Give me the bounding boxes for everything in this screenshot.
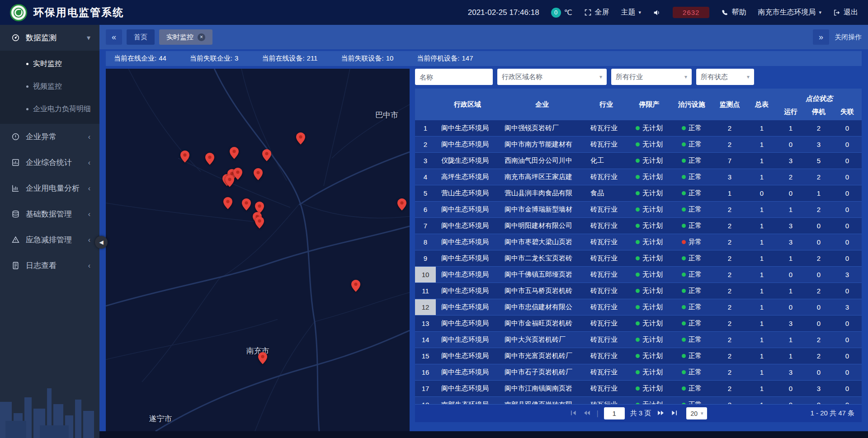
last-page-button[interactable] [670, 409, 678, 418]
cell-stopped: 2 [805, 348, 833, 364]
help-button[interactable]: 帮助 [721, 8, 746, 17]
alarm-speaker-button[interactable] [653, 9, 661, 17]
table-row[interactable]: 16阆中生态环境局阆中市石子页岩机砖厂砖瓦行业无计划正常21300 [415, 364, 862, 381]
table-row[interactable]: 9阆中生态环境局阆中市二龙长宝页岩砖砖瓦行业无计划正常21120 [415, 250, 862, 267]
cell-facility: 正常 [671, 120, 712, 136]
cell-industry: 砖瓦行业 [585, 218, 627, 234]
map-pin-icon[interactable] [351, 280, 360, 294]
map-pin-icon[interactable] [223, 197, 232, 211]
theme-menu[interactable]: 主题 ▾ [621, 8, 642, 17]
alarm-count-badge[interactable]: 2632 [673, 7, 709, 18]
page-size-select[interactable]: 20 ▾ [686, 407, 707, 419]
map-pin-icon[interactable] [233, 168, 242, 182]
table-row[interactable]: 3仪陇生态环境局西南油气田分公司川中化工无计划正常71350 [415, 153, 862, 169]
sidebar-item-enterprise-abnormal[interactable]: 企业异常‹ [0, 124, 99, 150]
table-row[interactable]: 1阆中生态环境局阆中强锐页岩砖厂砖瓦行业无计划正常21120 [415, 120, 862, 137]
table-row[interactable]: 14阆中生态环境局阆中大兴页岩机砖厂砖瓦行业无计划正常21120 [415, 332, 862, 348]
table-row[interactable]: 10阆中生态环境局阆中千佛镇五郎垭页岩砖瓦行业无计划正常21003 [415, 267, 862, 283]
tab-realtime[interactable]: 实时监控× [159, 29, 212, 45]
cell-running: 1 [777, 202, 805, 217]
table-row[interactable]: 7阆中生态环境局阆中明阳建材有限公司砖瓦行业无计划正常21300 [415, 218, 862, 234]
table-row[interactable]: 11阆中生态环境局阆中市五马桥页岩机砖砖瓦行业无计划正常21120 [415, 283, 862, 299]
status-filter-value: 所有状态 [701, 73, 728, 81]
tabs-scroll-left-button[interactable]: « [106, 29, 122, 45]
status-label: 正常 [689, 140, 702, 149]
fullscreen-button[interactable]: 全屏 [584, 8, 609, 17]
map-pin-icon[interactable] [205, 153, 214, 167]
close-icon[interactable]: × [198, 33, 205, 41]
help-label: 帮助 [731, 8, 746, 17]
cell-production: 无计划 [627, 332, 671, 348]
close-operations-button[interactable]: 关闭操作 [835, 33, 862, 42]
cell-production: 无计划 [627, 364, 671, 380]
sidebar-subitem-realtime-monitor[interactable]: 实时监控 [0, 52, 99, 75]
table-row[interactable]: 5营山生态环境局营山县润丰肉食品有限食品无计划正常10010 [415, 185, 862, 202]
sidebar-item-log-view[interactable]: 日志查看‹ [0, 253, 99, 278]
sidebar-item-enterprise-stats[interactable]: 企业综合统计‹ [0, 150, 99, 175]
cell-meters: 1 [747, 364, 777, 380]
cell-points: 2 [712, 202, 747, 217]
map-panel[interactable]: 巴中市南充市遂宁市 [106, 69, 410, 431]
chevron-left-icon: ‹ [85, 262, 90, 270]
region-filter-select[interactable]: 行政区域名称 ▾ [497, 69, 607, 85]
map-pin-icon[interactable] [180, 151, 189, 165]
tab-home[interactable]: 首页 [127, 29, 155, 45]
table-row[interactable]: 17阆中生态环境局阆中市江南镇阆南页岩砖瓦行业无计划正常21030 [415, 381, 862, 397]
app-root: 环保用电监管系统 2021-02-25 17:46:18 0 ℃ 全屏 主题 ▾… [0, 0, 868, 438]
map-pin-icon[interactable] [254, 168, 263, 182]
bullet-icon [26, 85, 28, 88]
table-row[interactable]: 8阆中生态环境局阆中市枣碧大梁山页岩砖瓦行业无计划异常21300 [415, 234, 862, 250]
map-pin-icon[interactable] [258, 352, 267, 366]
tabs-scroll-right-button[interactable]: » [813, 29, 829, 45]
org-menu[interactable]: 南充市生态环境局 ▾ [758, 8, 821, 17]
status-filter-select[interactable]: 所有状态 ▾ [696, 69, 754, 85]
fullscreen-label: 全屏 [595, 8, 609, 17]
next-page-button[interactable] [656, 409, 665, 418]
cell-index: 15 [415, 348, 436, 364]
cell-company: 阆中市二龙长宝页岩砖 [499, 250, 585, 266]
sidebar-subitem-power-load-detail[interactable]: 企业电力负荷明细 [0, 98, 99, 120]
sidebar-item-base-data[interactable]: 基础数据管理‹ [0, 201, 99, 227]
logout-button[interactable]: 退出 [833, 8, 858, 17]
cell-industry: 砖瓦行业 [585, 283, 627, 299]
page-input[interactable] [604, 407, 625, 419]
map-pin-icon[interactable] [242, 198, 251, 212]
name-filter-input[interactable] [415, 69, 493, 85]
sidebar-collapse-toggle[interactable]: ◀ [95, 236, 108, 249]
stat-label: 当前在线企业: [114, 54, 156, 62]
sidebar-subitem-video-monitor[interactable]: 视频监控 [0, 75, 99, 98]
status-dot-icon [636, 142, 640, 146]
status-label: 无计划 [642, 303, 663, 311]
status-label: 无计划 [642, 205, 663, 214]
table-row[interactable]: 12阆中生态环境局阆中市忠信建材有限公砖瓦行业无计划正常21003 [415, 299, 862, 316]
industry-filter-select[interactable]: 所有行业 ▾ [611, 69, 692, 85]
map-pin-icon[interactable] [225, 175, 234, 189]
cell-meters: 1 [747, 218, 777, 234]
map-pin-icon[interactable] [230, 147, 239, 161]
table-row[interactable]: 18南部生态环境局南部县双佛页岩砖有限砖瓦行业无计划正常21000 [415, 397, 862, 404]
status-dot-icon [682, 289, 686, 293]
map-pin-icon[interactable] [262, 149, 271, 163]
status-label: 正常 [689, 384, 702, 393]
table-row[interactable]: 6阆中生态环境局阆中市金博瑞新型墙材砖瓦行业无计划正常21120 [415, 202, 862, 218]
map-pin-icon[interactable] [296, 132, 305, 146]
table-row[interactable]: 4高坪生态环境局南充市高坪区王家店建砖瓦行业无计划正常31220 [415, 169, 862, 185]
cell-stopped: 0 [805, 234, 833, 250]
cell-production: 无计划 [627, 202, 671, 217]
map-pin-icon[interactable] [255, 217, 264, 231]
cell-company: 阆中明阳建材有限公司 [499, 218, 585, 234]
sidebar-item-label: 企业用电量分析 [26, 183, 80, 193]
cell-company: 阆中市枣碧大梁山页岩 [499, 234, 585, 250]
prev-page-button[interactable] [583, 409, 591, 418]
first-page-button[interactable] [570, 409, 577, 418]
sidebar-item-power-analysis[interactable]: 企业用电量分析‹ [0, 175, 99, 201]
sidebar-item-data-monitoring[interactable]: 数据监测▾ [0, 25, 99, 51]
table-row[interactable]: 13阆中生态环境局阆中市金福旺页岩机砖砖瓦行业无计划正常21300 [415, 316, 862, 332]
table-row[interactable]: 15阆中生态环境局阆中市光富页岩机砖厂砖瓦行业无计划正常21120 [415, 348, 862, 364]
table-row[interactable]: 2阆中生态环境局阆中市南方节能建材有砖瓦行业无计划正常21030 [415, 137, 862, 153]
sidebar-item-emergency-reduction[interactable]: 应急减排管理‹ [0, 227, 99, 253]
cell-meters: 1 [747, 299, 777, 315]
status-dot-icon [636, 386, 640, 391]
map-pin-icon[interactable] [397, 198, 406, 212]
cell-facility: 正常 [671, 202, 712, 217]
